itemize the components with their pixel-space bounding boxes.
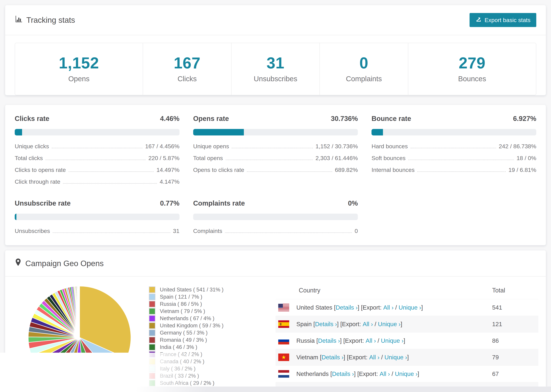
geo-pie-chart <box>10 281 149 392</box>
details-link[interactable]: Details › <box>318 337 340 344</box>
rate-block-unsubscribe-rate: Unsubscribe rate0.77%Unsubscribes31 <box>15 199 179 234</box>
export-unique-link[interactable]: Unique › <box>395 371 417 377</box>
details-link[interactable]: Details › <box>315 321 337 328</box>
country-name: Vietnam <box>296 354 318 361</box>
rate-row: Complaints0 <box>193 228 358 234</box>
pie-slice-other-35[interactable] <box>79 286 80 337</box>
stat-label: Unsubscribes <box>232 75 320 83</box>
campaign-geo-opens-card: Campaign Geo Opens United States ( 541 /… <box>5 250 546 392</box>
rate-title-row: Complaints rate0% <box>193 199 358 207</box>
legend-swatch <box>149 344 155 350</box>
country-name: Russia <box>296 337 315 344</box>
rate-row-label: Hard bounces <box>372 143 408 150</box>
rate-row: Click through rate4.147% <box>15 178 179 185</box>
total-cell: 79 <box>492 354 538 361</box>
progress-bar-track <box>193 214 358 220</box>
rate-percent: 30.736% <box>331 115 358 122</box>
bracket-text: [ <box>315 337 318 344</box>
progress-bar-fill <box>193 129 244 135</box>
export-all-link[interactable]: All › <box>383 304 394 311</box>
stat-box-opens: 1,152Opens <box>15 43 143 95</box>
rate-row-label: Unique opens <box>193 143 229 150</box>
rate-title: Opens rate <box>193 115 229 122</box>
legend-label: United Kingdom ( 59 / 3% ) <box>160 322 224 329</box>
details-link[interactable]: Details › <box>332 371 354 377</box>
rate-row: Unique clicks167 / 4.456% <box>15 143 179 150</box>
rate-detail-rows: Unique opens1,152 / 30.736%Total opens2,… <box>193 143 358 173</box>
country-cell: Russia [Details ›] [Export: All › / Uniq… <box>278 337 492 344</box>
rate-title-row: Opens rate30.736% <box>193 115 358 122</box>
rate-row: Total opens2,303 / 61.446% <box>193 155 358 161</box>
bracket-text: [ <box>329 371 332 377</box>
rate-title: Complaints rate <box>193 199 245 207</box>
export-unique-link[interactable]: Unique › <box>384 354 407 361</box>
legend-label: India ( 46 / 3% ) <box>160 344 197 350</box>
export-unique-link[interactable]: Unique › <box>378 321 401 328</box>
geo-header: Campaign Geo Opens <box>5 250 546 277</box>
stat-box-unsubscribes: 31Unsubscribes <box>231 43 320 95</box>
flag-icon-es <box>278 320 289 328</box>
rate-row: Clicks to opens rate14.497% <box>15 167 179 173</box>
table-row-nl: Netherlands [Details ›] [Export: All › /… <box>276 365 538 382</box>
country-cell: Spain [Details ›] [Export: All › / Uniqu… <box>278 320 492 328</box>
legend-item: Romania ( 49 / 3% ) <box>149 336 276 343</box>
rate-row-label: Internal bounces <box>372 167 414 173</box>
rate-row-label: Complaints <box>193 228 222 234</box>
geo-title-wrap: Campaign Geo Opens <box>15 258 104 268</box>
export-basic-stats-button[interactable]: Export basic stats <box>470 13 536 27</box>
rates-card: Clicks rate4.46%Unique clicks167 / 4.456… <box>5 105 546 245</box>
rate-row: Internal bounces19 / 6.81% <box>372 167 536 173</box>
rate-row-label: Opens to clicks rate <box>193 167 244 173</box>
rate-row: Opens to clicks rate689.82% <box>193 167 358 173</box>
bar-chart-icon <box>15 15 26 25</box>
country-cell: Vietnam [Details ›] [Export: All › / Uni… <box>278 354 492 361</box>
dotted-leader <box>46 160 146 160</box>
column-header-country: Country <box>299 287 492 294</box>
details-link[interactable]: Details › <box>336 304 358 311</box>
rate-title-row: Unsubscribe rate0.77% <box>15 199 179 207</box>
legend-swatch <box>149 373 155 379</box>
tracking-stats-header: Tracking stats Export basic stats <box>5 5 546 35</box>
rate-percent: 0% <box>348 199 358 207</box>
rate-row: Unsubscribes31 <box>15 228 179 234</box>
dotted-leader <box>69 171 154 172</box>
rate-row-label: Soft bounces <box>372 155 405 161</box>
rate-row-label: Click through rate <box>15 178 60 185</box>
dotted-leader <box>52 148 142 148</box>
stat-value: 167 <box>143 54 231 72</box>
rate-detail-rows: Complaints0 <box>193 228 358 234</box>
total-cell: 86 <box>492 337 538 344</box>
export-all-link[interactable]: All › <box>363 321 373 328</box>
total-cell: 67 <box>492 371 538 377</box>
rate-title: Unsubscribe rate <box>15 199 71 207</box>
export-all-link[interactable]: All › <box>380 371 390 377</box>
export-unique-link[interactable]: Unique › <box>381 337 403 344</box>
stat-label: Clicks <box>143 75 231 83</box>
rate-percent: 6.927% <box>513 115 536 122</box>
rate-detail-rows: Unique clicks167 / 4.456%Total clicks220… <box>15 143 179 185</box>
bracket-text: ] <box>417 371 419 377</box>
tracking-stats-card: Tracking stats Export basic stats 1,152O… <box>5 5 546 95</box>
export-all-link[interactable]: All › <box>369 354 379 361</box>
table-row-us: United States [Details ›] [Export: All ›… <box>276 299 538 316</box>
export-unique-link[interactable]: Unique › <box>399 304 421 311</box>
legend-item: United Kingdom ( 59 / 3% ) <box>149 322 276 329</box>
details-link[interactable]: Details › <box>322 354 343 361</box>
rate-row-label: Unique clicks <box>15 143 49 150</box>
legend-item: Brazil ( 33 / 2% ) <box>149 372 276 379</box>
rates-grid: Clicks rate4.46%Unique clicks167 / 4.456… <box>5 105 546 245</box>
legend-label: Russia ( 86 / 5% ) <box>160 301 202 307</box>
slash-text: / <box>376 337 381 344</box>
bracket-text: ] <box>421 304 423 311</box>
export-all-link[interactable]: All › <box>366 337 376 344</box>
legend-label: Germany ( 55 / 3% ) <box>160 330 208 336</box>
rate-block-clicks-rate: Clicks rate4.46%Unique clicks167 / 4.456… <box>15 115 179 185</box>
rate-row: Soft bounces18 / 0% <box>372 155 536 161</box>
total-cell: 121 <box>492 321 538 328</box>
rate-row-value: 4.147% <box>160 178 179 185</box>
rate-row-value: 220 / 5.87% <box>148 155 179 161</box>
slash-text: / <box>394 304 399 311</box>
legend-swatch <box>149 308 155 315</box>
country-cell: Netherlands [Details ›] [Export: All › /… <box>278 370 492 378</box>
legend-item: India ( 46 / 3% ) <box>149 343 276 351</box>
